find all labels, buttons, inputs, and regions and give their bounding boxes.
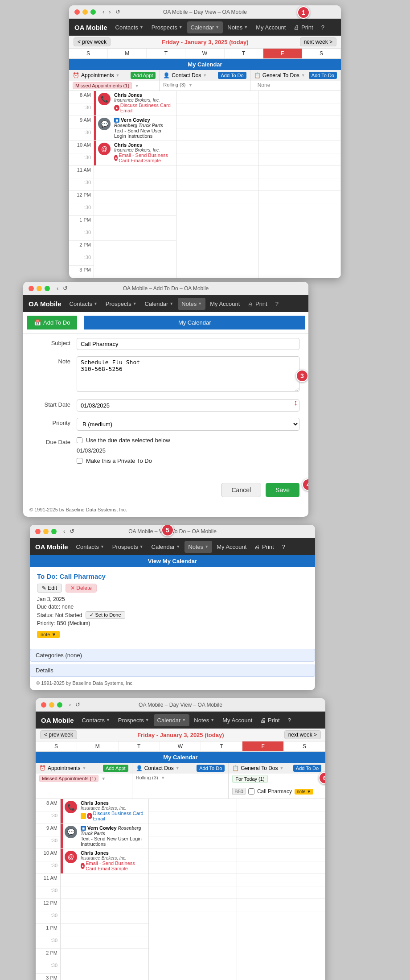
- nav-calendar-3[interactable]: Calendar ▼: [148, 541, 184, 553]
- contact-label-4[interactable]: Contact Dos: [144, 765, 174, 771]
- general-label-1[interactable]: General To Dos: [262, 72, 299, 78]
- nav-myaccount-1[interactable]: My Account: [252, 21, 289, 33]
- day-s2-1[interactable]: S: [302, 49, 341, 58]
- day-w4[interactable]: W: [160, 741, 201, 751]
- refresh-btn-1[interactable]: ↺: [113, 8, 123, 16]
- add-appt-btn-1[interactable]: Add Appt: [131, 72, 156, 79]
- rolling-label-1[interactable]: Rolling (3): [163, 82, 185, 87]
- maximize-dot-2[interactable]: [45, 286, 50, 291]
- day-t4[interactable]: T: [119, 741, 160, 751]
- maximize-dot-1[interactable]: [90, 9, 96, 15]
- day-w1[interactable]: W: [185, 49, 224, 58]
- day-f4[interactable]: F: [242, 741, 284, 751]
- nav-contacts-3[interactable]: Contacts ▼: [73, 541, 108, 553]
- add-contact-todo-btn-4[interactable]: Add To Do: [197, 765, 225, 772]
- day-m4[interactable]: M: [77, 741, 119, 751]
- minimize-dot-1[interactable]: [82, 9, 88, 15]
- nav-prospects-4[interactable]: Prospects ▼: [115, 714, 153, 726]
- nav-contacts-2[interactable]: Contacts ▼: [66, 298, 101, 310]
- maximize-dot-4[interactable]: [57, 702, 62, 708]
- nav-myaccount-3[interactable]: My Account: [213, 541, 250, 553]
- nav-print-2[interactable]: 🖨 Print: [244, 298, 271, 310]
- categories-section-3[interactable]: Categories (none): [30, 649, 315, 662]
- close-dot-2[interactable]: [29, 286, 34, 291]
- add-contact-todo-btn-1[interactable]: Add To Do: [218, 72, 246, 79]
- nav-contacts-4[interactable]: Contacts ▼: [78, 714, 114, 726]
- delete-btn-3[interactable]: ✕ Delete: [66, 584, 97, 593]
- todo-item-4[interactable]: B50 Call Pharmacy note ▼: [229, 784, 325, 799]
- appt-card-vern-4[interactable]: 💬 ■ Vern Cowley Rosenberg Truck Parts Te…: [61, 824, 148, 849]
- todo-checkbox-4[interactable]: [248, 788, 254, 795]
- close-dot-3[interactable]: [35, 529, 41, 534]
- forward-btn-1[interactable]: ›: [107, 8, 113, 16]
- appt-card-chris-1[interactable]: 📞 Chris Jones Insurance Brokers, Inc. ● …: [94, 91, 176, 116]
- back-btn-3[interactable]: ‹: [61, 527, 67, 535]
- nav-prospects-2[interactable]: Prospects ▼: [102, 298, 140, 310]
- day-t1[interactable]: T: [147, 49, 185, 58]
- edit-btn-3[interactable]: ✎ Edit: [37, 584, 62, 593]
- nav-help-3[interactable]: ?: [279, 541, 289, 553]
- appt-card-vern-1[interactable]: 💬 ■ Vern Cowley Rosenberg Truck Parts Te…: [94, 116, 176, 141]
- minimize-dot-2[interactable]: [37, 286, 42, 291]
- rolling-label-4[interactable]: Rolling (3): [136, 775, 158, 780]
- todo-note-tag-4[interactable]: note ▼: [295, 789, 313, 795]
- priority-select-2[interactable]: B (medium) A (high) C (low): [77, 418, 299, 431]
- nav-help-2[interactable]: ?: [272, 298, 282, 310]
- day-s1[interactable]: S: [69, 49, 108, 58]
- missed-label-1[interactable]: Missed Appointments (1): [73, 82, 132, 89]
- start-date-input-2[interactable]: [77, 399, 299, 412]
- appt-card-chris2-1[interactable]: @ Chris Jones Insurance Brokers, Inc. ● …: [94, 141, 176, 166]
- day-m1[interactable]: M: [108, 49, 147, 58]
- back-btn-4[interactable]: ‹: [67, 700, 73, 709]
- set-to-done-btn-3[interactable]: ✓ Set to Done: [86, 611, 125, 619]
- close-dot-4[interactable]: [41, 702, 46, 708]
- note-textarea-2[interactable]: Schedule Flu Shot 310-568-5256: [77, 356, 299, 392]
- nav-notes-4[interactable]: Notes ▼: [190, 714, 218, 726]
- save-btn-2[interactable]: Save: [266, 483, 299, 497]
- appt-card-chris-4[interactable]: 📞 Chris Jones Insurance Brokers, Inc. ● …: [61, 799, 148, 824]
- note-tag-btn-3[interactable]: note ▼: [37, 631, 60, 638]
- nav-help-1[interactable]: ?: [318, 21, 328, 33]
- for-today-label-4[interactable]: For Today (1): [232, 775, 267, 783]
- nav-help-4[interactable]: ?: [284, 714, 295, 726]
- day-t2-4[interactable]: T: [201, 741, 242, 751]
- appt-label-1[interactable]: Appointments: [81, 72, 114, 78]
- nav-notes-1[interactable]: Notes ▼: [224, 21, 251, 33]
- next-week-btn-1[interactable]: next week >: [300, 37, 336, 46]
- prev-week-btn-4[interactable]: < prev week: [40, 730, 77, 739]
- day-s2-4[interactable]: S: [284, 741, 325, 751]
- my-calendar-btn-2[interactable]: My Calendar: [84, 316, 305, 329]
- nav-print-4[interactable]: 🖨 Print: [257, 714, 283, 726]
- refresh-btn-2[interactable]: ↺: [61, 284, 70, 292]
- view-calendar-btn-3[interactable]: View My Calendar: [30, 555, 315, 567]
- nav-calendar-2[interactable]: Calendar ▼: [141, 298, 177, 310]
- maximize-dot-3[interactable]: [51, 529, 57, 534]
- nav-notes-3[interactable]: Notes ▼: [184, 541, 212, 553]
- details-section-3[interactable]: Details: [30, 664, 315, 677]
- next-week-btn-4[interactable]: next week >: [284, 730, 321, 739]
- nav-print-3[interactable]: 🖨 Print: [251, 541, 277, 553]
- nav-prospects-1[interactable]: Prospects ▼: [148, 21, 186, 33]
- day-t2-1[interactable]: T: [225, 49, 263, 58]
- refresh-btn-4[interactable]: ↺: [73, 700, 82, 709]
- day-f1[interactable]: F: [263, 49, 302, 58]
- close-dot-1[interactable]: [74, 9, 80, 15]
- prev-week-btn-1[interactable]: < prev week: [74, 37, 111, 46]
- appt-label-4[interactable]: Appointments: [48, 765, 80, 771]
- minimize-dot-4[interactable]: [49, 702, 54, 708]
- resize-handle-2[interactable]: ↕: [294, 399, 298, 407]
- add-general-todo-btn-1[interactable]: Add To Do: [309, 72, 337, 79]
- nav-print-1[interactable]: 🖨 Print: [290, 21, 316, 33]
- nav-calendar-1[interactable]: Calendar ▼: [187, 21, 223, 33]
- nav-notes-2[interactable]: Notes ▼: [178, 298, 205, 310]
- general-label-4[interactable]: General To Dos: [241, 765, 278, 771]
- minimize-dot-3[interactable]: [43, 529, 49, 534]
- back-btn-2[interactable]: ‹: [54, 284, 61, 292]
- add-todo-btn-2[interactable]: 📅 Add To Do: [27, 316, 77, 329]
- appt-card-chris2-4[interactable]: @ Chris Jones Insurance Brokers, Inc. ● …: [61, 849, 148, 874]
- subject-input-2[interactable]: [77, 338, 299, 350]
- refresh-btn-3[interactable]: ↺: [67, 527, 77, 535]
- nav-contacts-1[interactable]: Contacts ▼: [112, 21, 147, 33]
- missed-label-4[interactable]: Missed Appointments (1): [39, 775, 98, 782]
- contact-label-1[interactable]: Contact Dos: [172, 72, 201, 78]
